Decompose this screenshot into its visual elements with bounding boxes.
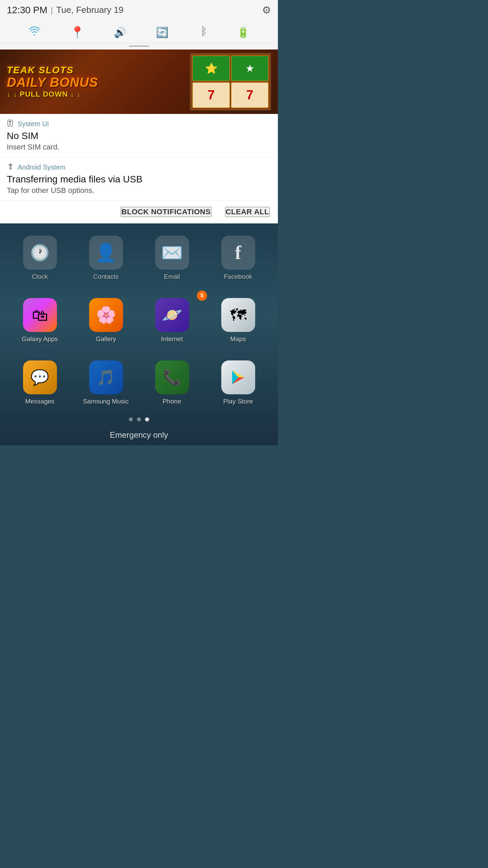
system-ui-icon [7, 119, 14, 129]
sync-icon[interactable]: 🔄 [156, 26, 168, 38]
notification-usb[interactable]: Android System Transferring media files … [0, 157, 278, 201]
app-item-samsung-music[interactable]: 🎵 Samsung Music [73, 355, 139, 411]
svg-rect-1 [9, 121, 11, 122]
email-label: Email [164, 273, 180, 280]
ad-pulldown: ↓ ↓ PULL DOWN ↓ ↓ [7, 90, 190, 99]
app-item-email[interactable]: ✉️ Email [139, 230, 205, 286]
maps-icon-wrapper: 🗺 [221, 298, 255, 332]
app-item-maps[interactable]: 🗺 Maps [205, 293, 271, 348]
drag-handle[interactable] [0, 43, 278, 50]
settings-icon[interactable]: ⚙ [262, 4, 271, 16]
drag-line [129, 45, 149, 47]
clock-icon: 🕐 [30, 243, 49, 262]
app-item-internet[interactable]: 🪐 5 Internet [139, 293, 205, 348]
notification-area: System UI No SIM Insert SIM card. Androi… [0, 114, 278, 223]
samsung-music-icon: 🎵 [97, 369, 115, 386]
notif-title-sim: No SIM [7, 131, 271, 141]
messages-icon: 💬 [30, 369, 49, 386]
internet-label: Internet [161, 335, 183, 343]
samsung-music-label: Samsung Music [83, 398, 129, 405]
app-item-gallery[interactable]: 🌸 Gallery [73, 293, 139, 348]
page-dot-3[interactable] [145, 417, 149, 421]
messages-label: Messages [25, 398, 55, 405]
status-bar: 12:30 PM | Tue, February 19 ⚙ [0, 0, 278, 20]
app-item-messages[interactable]: 💬 Messages [7, 355, 73, 411]
app-row-2: 🛍 Galaxy Apps 🌸 Gallery 🪐 5 Internet 🗺 M… [0, 289, 278, 352]
slot-2: ★ [231, 56, 268, 81]
notification-actions: BLOCK NOTIFICATIONS CLEAR ALL [0, 201, 278, 223]
svg-rect-6 [9, 164, 10, 165]
emergency-text: Emergency only [110, 430, 168, 439]
ad-title: TEAK SLOTS [7, 65, 190, 76]
facebook-icon: f [235, 242, 241, 263]
internet-icon-wrapper: 🪐 [155, 298, 189, 332]
galaxy-apps-label: Galaxy Apps [22, 335, 58, 343]
ad-subtitle: DAILY BONUS [7, 76, 190, 90]
usb-icon [7, 163, 14, 172]
app-item-galaxy-apps[interactable]: 🛍 Galaxy Apps [7, 293, 73, 348]
status-left: 12:30 PM | Tue, February 19 [7, 5, 124, 16]
samsung-music-icon-wrapper: 🎵 [89, 360, 123, 394]
messages-icon-wrapper: 💬 [23, 360, 57, 394]
location-icon[interactable]: 📍 [70, 25, 84, 39]
notif-header-sim: System UI [7, 119, 271, 129]
clear-all-button[interactable]: CLEAR ALL [225, 207, 270, 217]
email-icon-wrapper: ✉️ [155, 236, 189, 270]
notif-body-usb: Tap for other USB options. [7, 186, 271, 195]
play-store-icon [229, 369, 247, 386]
wifi-icon[interactable] [28, 25, 41, 40]
ad-slots: ⭐ ★ 7 7 [190, 53, 271, 111]
gallery-icon-wrapper: 🌸 [89, 298, 123, 332]
app-item-contacts[interactable]: 👤 Contacts [73, 230, 139, 286]
notif-app-android: Android System [18, 163, 65, 171]
notif-body-sim: Insert SIM card. [7, 143, 271, 152]
app-item-clock[interactable]: 🕐 Clock [7, 230, 73, 286]
facebook-label: Facebook [224, 273, 252, 280]
maps-icon: 🗺 [230, 306, 246, 324]
maps-label: Maps [230, 335, 246, 343]
status-time: 12:30 PM [7, 5, 47, 16]
ad-text: TEAK SLOTS DAILY BONUS ↓ ↓ PULL DOWN ↓ ↓ [7, 65, 190, 99]
notif-title-usb: Transferring media files via USB [7, 174, 271, 185]
internet-icon: 🪐 [162, 305, 182, 324]
volume-icon[interactable]: 🔊 [114, 26, 126, 38]
notif-header-usb: Android System [7, 163, 271, 172]
slot-3: 7 [192, 82, 230, 108]
notification-no-sim[interactable]: System UI No SIM Insert SIM card. [0, 114, 278, 157]
clock-icon-wrapper: 🕐 [23, 236, 57, 270]
contacts-icon: 👤 [95, 242, 117, 263]
phone-icon-wrapper: 📞 [155, 360, 189, 394]
slot-1: ⭐ [192, 56, 230, 81]
home-screen: 🕐 Clock 👤 Contacts ✉️ Email f Facebook [0, 223, 278, 445]
page-indicators [0, 414, 278, 425]
notif-app-system-ui: System UI [18, 120, 49, 128]
clock-label: Clock [32, 273, 48, 280]
play-store-icon-wrapper [221, 360, 255, 394]
app-item-facebook[interactable]: f Facebook [205, 230, 271, 286]
app-row-3: 💬 Messages 🎵 Samsung Music 📞 Phone [0, 352, 278, 414]
gallery-label: Gallery [96, 335, 116, 343]
block-notifications-button[interactable]: BLOCK NOTIFICATIONS [121, 207, 211, 217]
facebook-icon-wrapper: f [221, 236, 255, 270]
app-item-phone[interactable]: 📞 Phone [139, 355, 205, 411]
page-dot-1[interactable] [129, 417, 133, 421]
svg-rect-0 [8, 120, 13, 126]
app-item-play-store[interactable]: Play Store [205, 355, 271, 411]
galaxy-apps-icon: 🛍 [32, 306, 48, 324]
page-dot-2[interactable] [137, 417, 141, 421]
emergency-bar: Emergency only [0, 425, 278, 445]
ad-banner[interactable]: TEAK SLOTS DAILY BONUS ↓ ↓ PULL DOWN ↓ ↓… [0, 50, 278, 114]
status-date: Tue, February 19 [56, 5, 123, 15]
contacts-label: Contacts [93, 273, 119, 280]
gallery-icon: 🌸 [96, 305, 116, 324]
play-store-label: Play Store [223, 398, 253, 405]
contacts-icon-wrapper: 👤 [89, 236, 123, 270]
phone-icon: 📞 [163, 369, 181, 386]
bluetooth-icon[interactable] [198, 25, 207, 40]
quick-settings: 📍 🔊 🔄 🔋 [0, 20, 278, 43]
slot-4: 7 [231, 82, 268, 108]
phone-label: Phone [163, 398, 181, 405]
battery-icon[interactable]: 🔋 [237, 26, 249, 38]
galaxy-apps-icon-wrapper: 🛍 [23, 298, 57, 332]
status-divider: | [51, 5, 53, 15]
